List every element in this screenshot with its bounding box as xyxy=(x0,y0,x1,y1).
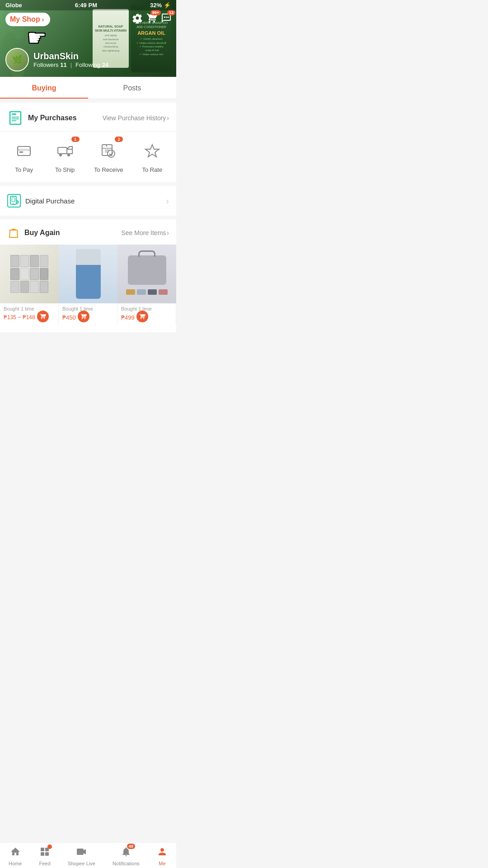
hero-banner: 2in1 HERB SHAMPOOAND CONDITIONER ARGAN O… xyxy=(0,0,176,77)
svg-rect-7 xyxy=(12,113,16,115)
top-icons: 99+ 13 xyxy=(132,13,172,26)
view-history-arrow: › xyxy=(167,114,169,122)
to-ship-badge: 1 xyxy=(71,137,80,142)
purchase-status-row: To Pay 1 To Ship xyxy=(0,132,176,182)
shopping-bag-icon xyxy=(7,226,20,239)
svg-point-15 xyxy=(59,154,62,156)
to-receive-badge: 2 xyxy=(115,137,123,142)
tabs: Buying Posts xyxy=(0,77,176,99)
to-ship-icon xyxy=(57,143,73,159)
to-pay-icon-wrap xyxy=(12,139,36,163)
to-receive-icon xyxy=(100,143,117,159)
bag-handle xyxy=(138,250,155,257)
bottom-spacer xyxy=(0,336,176,368)
digital-purchase-section[interactable]: Digital Purchase › xyxy=(0,186,176,216)
status-right: 32% ⚡ xyxy=(150,2,171,9)
time-label: 6:49 PM xyxy=(75,2,97,9)
product-price-2: ₱450 xyxy=(62,312,113,322)
product-img-2 xyxy=(59,245,117,303)
to-rate-item[interactable]: To Rate xyxy=(141,139,164,173)
digital-purchase-arrow: › xyxy=(166,196,169,206)
purchases-left: My Purchases xyxy=(7,110,77,126)
bag-colors xyxy=(126,289,168,295)
svg-point-4 xyxy=(166,17,167,18)
tab-posts[interactable]: Posts xyxy=(88,77,176,99)
svg-rect-12 xyxy=(18,149,30,151)
price-value-3: ₱499 xyxy=(121,314,135,321)
to-pay-icon xyxy=(16,143,32,159)
username: UrbanSkin xyxy=(33,51,108,61)
following-label: Following 24 xyxy=(75,61,108,68)
see-more-label: See More Items xyxy=(122,229,166,236)
product-img-3 xyxy=(117,245,176,303)
jeans-visual xyxy=(75,249,102,299)
tab-buying[interactable]: Buying xyxy=(0,77,88,99)
product-info-1: Bought 1 time ₱135 ~ ₱148 xyxy=(0,303,58,325)
chat-button[interactable]: 13 xyxy=(161,13,172,26)
purchases-title: My Purchases xyxy=(28,114,77,122)
svg-rect-13 xyxy=(19,151,23,153)
price-value-2: ₱450 xyxy=(62,314,76,321)
product-price-3: ₱499 xyxy=(121,312,172,322)
bought-times-1: Bought 1 time xyxy=(4,306,55,311)
buy-again-header: Buy Again See More Items › xyxy=(0,219,176,245)
bought-times-3: Bought 1 time xyxy=(121,306,172,311)
cursor-icon: ☛ xyxy=(27,25,47,50)
digital-purchase-title: Digital Purchase xyxy=(25,197,75,205)
view-history-label: View Purchase History xyxy=(103,114,166,122)
status-bar: Globe 6:49 PM 32% ⚡ xyxy=(0,0,176,10)
to-rate-label: To Rate xyxy=(142,166,162,173)
purchases-header: My Purchases View Purchase History › xyxy=(0,103,176,132)
svg-rect-20 xyxy=(12,198,15,202)
to-pay-label: To Pay xyxy=(15,166,33,173)
buy-again-card: Buy Again See More Items › xyxy=(0,219,176,332)
product-img-1 xyxy=(0,245,59,303)
svg-point-3 xyxy=(164,17,165,18)
add-to-cart-btn-3[interactable] xyxy=(136,311,148,322)
to-ship-item[interactable]: 1 To Ship xyxy=(53,139,77,173)
see-more-arrow: › xyxy=(167,229,169,236)
my-shop-label: My Shop xyxy=(10,15,40,24)
to-rate-icon-wrap xyxy=(141,139,164,163)
to-receive-icon-wrap: 2 xyxy=(97,139,120,163)
to-receive-label: To Receive xyxy=(94,166,123,173)
to-ship-icon-wrap: 1 xyxy=(53,139,77,163)
my-shop-arrow-icon: › xyxy=(42,16,44,23)
digital-purchase-left: Digital Purchase xyxy=(7,194,75,208)
product-card-3[interactable]: Bought 1 time ₱499 xyxy=(117,245,176,325)
svg-point-18 xyxy=(108,150,115,157)
see-more-button[interactable]: See More Items › xyxy=(122,229,169,236)
bag-body xyxy=(128,255,166,285)
settings-button[interactable] xyxy=(132,13,143,26)
profile-info: UrbanSkin Followers 11 | Following 24 xyxy=(33,51,108,68)
product-card-1[interactable]: Bought 1 time ₱135 ~ ₱148 xyxy=(0,245,59,325)
add-to-cart-btn-2[interactable] xyxy=(78,311,89,322)
product-price-1: ₱135 ~ ₱148 xyxy=(4,312,55,322)
chat-badge: 13 xyxy=(167,10,175,15)
to-ship-label: To Ship xyxy=(55,166,75,173)
battery-icon: ⚡ xyxy=(164,2,171,9)
followers-label: Followers 11 xyxy=(33,61,67,68)
stat-divider: | xyxy=(70,61,72,68)
my-shop-button[interactable]: My Shop › xyxy=(5,13,50,26)
digital-purchase-icon xyxy=(7,194,21,208)
product-info-2: Bought 1 time ₱450 xyxy=(59,303,117,325)
cart-badge: 99+ xyxy=(150,10,161,15)
to-pay-item[interactable]: To Pay xyxy=(12,139,36,173)
svg-point-16 xyxy=(67,154,70,156)
laptop-sleeve-visual xyxy=(7,251,52,297)
svg-point-5 xyxy=(168,17,169,18)
cart-button[interactable]: 99+ xyxy=(146,13,157,26)
phone-icon xyxy=(9,196,19,206)
avatar[interactable]: 🌿 xyxy=(5,48,29,71)
profile-stats: Followers 11 | Following 24 xyxy=(33,61,108,68)
buy-again-title: Buy Again xyxy=(24,229,60,237)
product-card-2[interactable]: Bought 1 time ₱450 xyxy=(59,245,117,325)
to-receive-item[interactable]: 2 To Receive xyxy=(94,139,123,173)
buy-again-left: Buy Again xyxy=(7,226,60,239)
content-area: My Purchases View Purchase History › To … xyxy=(0,103,176,368)
purchases-icon xyxy=(7,110,23,126)
view-history-button[interactable]: View Purchase History › xyxy=(103,114,169,122)
add-to-cart-btn-1[interactable] xyxy=(37,311,49,322)
jeans-bottom xyxy=(76,265,101,299)
